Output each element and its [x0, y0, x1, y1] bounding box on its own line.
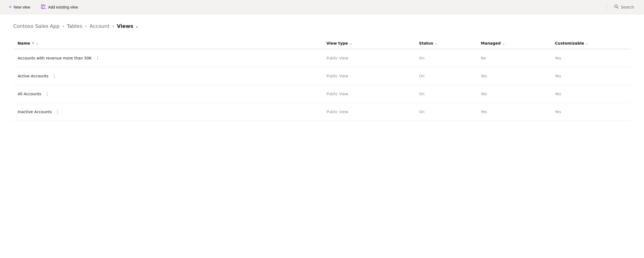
col-header-managed[interactable]: Managed ⌄ [476, 38, 551, 49]
row-viewtype-3: Public View [322, 85, 415, 103]
row-managed-3: Yes [476, 85, 551, 103]
row-managed-2: Yes [476, 67, 551, 85]
breadcrumb-current-label: Views [117, 23, 133, 29]
row-viewtype-4: Public View [322, 103, 415, 121]
breadcrumb-app[interactable]: Contoso Sales App [13, 23, 60, 29]
new-view-button[interactable]: + New view [7, 3, 32, 11]
table-header: Name ↑ ⌄ View type ⌄ Status ⌄ [13, 38, 631, 49]
col-header-customizable[interactable]: Customizable ⌄ [551, 38, 631, 49]
row-customizable-4: Yes [551, 103, 631, 121]
breadcrumb-sep-1: › [62, 23, 64, 29]
row-status-4: On [415, 103, 476, 121]
table-row: Inactive Accounts⋮Public ViewOnYesYes [13, 103, 631, 121]
sort-down-icon: ⌄ [36, 42, 38, 45]
table-row: All Accounts⋮Public ViewOnYesYes [13, 85, 631, 103]
row-status-2: On [415, 67, 476, 85]
breadcrumb-sep-3: › [112, 23, 114, 29]
row-name-2[interactable]: Active Accounts [18, 74, 49, 78]
col-header-name[interactable]: Name ↑ ⌄ [13, 38, 322, 49]
add-view-icon [41, 4, 46, 10]
breadcrumb-sep-2: › [85, 23, 87, 29]
table-row: Accounts with revenue more than 50K⋮Publ… [13, 49, 631, 67]
breadcrumb-dropdown-icon: ⌄ [135, 24, 139, 28]
col-managed-label: Managed [481, 41, 501, 45]
toolbar: + New view Add existing view [0, 0, 644, 14]
col-header-viewtype[interactable]: View type ⌄ [322, 38, 415, 49]
row-status-3: On [415, 85, 476, 103]
search-divider [606, 3, 606, 12]
col-viewtype-chevron: ⌄ [350, 42, 352, 45]
col-managed-chevron: ⌄ [503, 42, 505, 45]
col-customizable-chevron: ⌄ [586, 42, 588, 45]
row-menu-button[interactable]: ⋮ [94, 54, 101, 62]
views-table: Name ↑ ⌄ View type ⌄ Status ⌄ [13, 38, 631, 121]
row-name-4[interactable]: Inactive Accounts [18, 110, 52, 114]
row-customizable-2: Yes [551, 67, 631, 85]
row-name-3[interactable]: All Accounts [18, 92, 41, 96]
add-existing-view-label: Add existing view [48, 5, 78, 9]
svg-line-5 [617, 7, 618, 9]
col-status-label: Status [419, 41, 433, 45]
row-viewtype-1: Public View [322, 49, 415, 67]
row-menu-button[interactable]: ⋮ [51, 72, 58, 80]
breadcrumb-current[interactable]: Views ⌄ [117, 23, 139, 29]
search-icon [614, 4, 619, 10]
row-customizable-1: Yes [551, 49, 631, 67]
search-label: Search [621, 5, 634, 9]
search-area[interactable]: Search [611, 3, 637, 12]
table-row: Active Accounts⋮Public ViewOnYesYes [13, 67, 631, 85]
row-managed-1: No [476, 49, 551, 67]
row-name-1[interactable]: Accounts with revenue more than 50K [18, 56, 92, 60]
new-view-label: New view [14, 5, 30, 9]
toolbar-left: + New view Add existing view [7, 3, 80, 11]
col-customizable-label: Customizable [555, 41, 584, 45]
row-managed-4: Yes [476, 103, 551, 121]
row-menu-button[interactable]: ⋮ [54, 108, 62, 116]
row-customizable-3: Yes [551, 85, 631, 103]
breadcrumb: Contoso Sales App › Tables › Account › V… [13, 23, 631, 29]
col-status-chevron: ⌄ [435, 42, 437, 45]
add-existing-view-button[interactable]: Add existing view [39, 3, 80, 11]
breadcrumb-tables[interactable]: Tables [67, 23, 82, 29]
main-content: Contoso Sales App › Tables › Account › V… [0, 14, 644, 258]
sort-up-icon: ↑ [32, 42, 34, 45]
col-viewtype-label: View type [327, 41, 348, 45]
breadcrumb-account[interactable]: Account [90, 23, 110, 29]
table-body: Accounts with revenue more than 50K⋮Publ… [13, 49, 631, 121]
plus-icon: + [9, 5, 12, 10]
col-name-label: Name [18, 41, 30, 45]
row-viewtype-2: Public View [322, 67, 415, 85]
row-status-1: On [415, 49, 476, 67]
row-menu-button[interactable]: ⋮ [44, 90, 51, 98]
col-header-status[interactable]: Status ⌄ [415, 38, 476, 49]
toolbar-right: Search [606, 3, 637, 12]
